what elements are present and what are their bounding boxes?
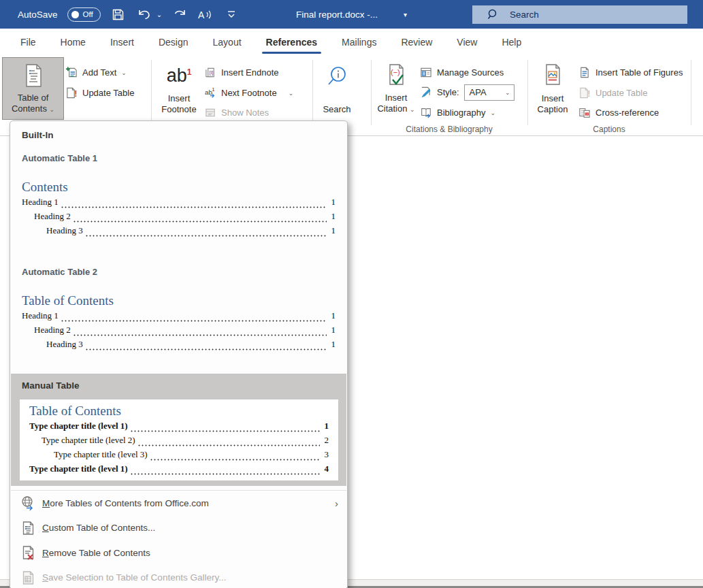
svg-text:(−): (−)	[391, 68, 400, 76]
manage-sources-button[interactable]: Manage Sources	[420, 64, 504, 81]
style-label: Style:	[437, 87, 459, 97]
toc-preview-row: Heading 31	[22, 225, 336, 240]
tab-insert[interactable]: Insert	[98, 29, 146, 56]
toc-dropdown-menu: Built-In Automatic Table 1 Contents Head…	[10, 120, 348, 588]
gallery-label-automatic-table-2: Automatic Table 2	[22, 267, 97, 277]
menu-item-custom-table-of-contents[interactable]: Custom Table of Contents...	[11, 516, 346, 541]
tab-layout[interactable]: Layout	[201, 29, 254, 56]
read-aloud-icon[interactable]: A	[197, 5, 214, 23]
toc-preview-row: Type chapter title (level 1)4	[29, 463, 329, 478]
style-combobox[interactable]: APA ⌄	[464, 84, 514, 101]
insert-caption-icon	[541, 63, 564, 88]
bibliography-icon	[420, 107, 432, 119]
menu-item-label: Remove Table of Contents	[42, 548, 150, 558]
show-notes-label: Show Notes	[221, 108, 269, 118]
remove-toc-icon	[20, 545, 35, 560]
smart-search-icon	[325, 65, 349, 91]
autosave-toggle[interactable]: Off	[67, 7, 101, 22]
submenu-arrow-icon: ›	[335, 497, 338, 509]
manage-sources-label: Manage Sources	[437, 67, 504, 78]
smart-search-button[interactable]: Search	[316, 57, 358, 120]
menu-item-label: Custom Table of Contents...	[42, 523, 155, 533]
toc-preview-row: Heading 11	[22, 197, 336, 211]
title-dropdown-icon[interactable]: ▾	[404, 11, 407, 18]
search-box[interactable]: Search	[472, 5, 687, 24]
search-label: Search	[510, 10, 539, 20]
tab-design[interactable]: Design	[146, 29, 201, 56]
manual-table-preview: Table of Contents Type chapter title (le…	[20, 399, 338, 480]
redo-icon[interactable]	[171, 5, 188, 23]
group-label-captions: Captions	[527, 125, 691, 134]
insert-footnote-label: Insert Footnote	[161, 93, 196, 115]
save-icon[interactable]	[110, 5, 127, 23]
autosave-label: AutoSave	[18, 10, 58, 20]
autosave-state: Off	[83, 10, 93, 18]
chevron-down-icon: ⌄	[505, 89, 510, 96]
quick-access-toolbar: AutoSave Off ⌄ A	[0, 5, 240, 23]
tab-home[interactable]: Home	[48, 29, 98, 56]
update-table-captions-label: Update Table	[595, 88, 647, 98]
document-title[interactable]: Final report.docx -...	[296, 10, 378, 20]
update-table-disabled-icon: !	[578, 87, 591, 99]
show-notes-icon	[204, 107, 216, 119]
footnote-ab-icon: ab1	[167, 63, 192, 84]
titlebar: AutoSave Off ⌄ A Final report.doc	[0, 0, 703, 29]
chevron-down-icon: ⌄	[410, 106, 415, 113]
preview-title: Table of Contents	[29, 404, 329, 419]
gallery-label-manual-table: Manual Table	[22, 380, 80, 391]
customize-qat-icon[interactable]	[223, 5, 240, 23]
undo-icon[interactable]	[136, 5, 152, 23]
add-text-button[interactable]: Add Text ⌄	[65, 64, 127, 81]
preview-title: Contents	[22, 180, 336, 195]
toc-preview-row: Type chapter title (level 1)1	[29, 421, 329, 435]
toc-preview-row: Heading 21	[22, 211, 336, 225]
next-footnote-button[interactable]: ab1 Next Footnote ⌄	[204, 84, 293, 101]
show-notes-button: Show Notes	[204, 104, 269, 121]
menu-item-more-tables-office[interactable]: More Tables of Contents from Office.com›	[11, 491, 346, 516]
bibliography-label: Bibliography	[437, 108, 486, 118]
menu-item-label: Save Selection to Table of Contents Gall…	[42, 572, 226, 583]
gallery-item-automatic-table-1[interactable]: Contents Heading 11Heading 21Heading 31	[22, 180, 336, 240]
toc-preview-row: Heading 21	[22, 325, 336, 339]
menu-item-remove-table-of-contents[interactable]: Remove Table of Contents	[11, 540, 346, 566]
insert-endnote-button[interactable]: [i] Insert Endnote	[204, 64, 279, 81]
insert-caption-button[interactable]: Insert Caption	[532, 57, 574, 120]
chevron-down-icon: ⌄	[289, 90, 294, 97]
insert-citation-icon: (−)	[385, 63, 408, 88]
globe-icon	[20, 495, 35, 510]
table-of-contents-button[interactable]: Table of Contents ⌄	[2, 57, 64, 120]
insert-endnote-label: Insert Endnote	[221, 67, 279, 78]
toc-preview-row: Type chapter title (level 2)2	[29, 435, 329, 449]
search-icon	[487, 9, 499, 20]
tab-references[interactable]: References	[254, 29, 330, 56]
tab-help[interactable]: Help	[489, 29, 534, 56]
style-value: APA	[470, 87, 487, 97]
update-table-icon: !	[65, 87, 78, 99]
toc-button-label: Table of Contents ⌄	[12, 93, 54, 115]
svg-text:[i]: [i]	[210, 69, 214, 76]
manage-sources-icon	[420, 67, 432, 79]
toc-preview-row: Heading 11	[22, 310, 336, 325]
insert-citation-button[interactable]: (−) Insert Citation ⌄	[375, 57, 417, 120]
insert-footnote-button[interactable]: ab1 Insert Footnote	[157, 57, 201, 120]
builtin-section-header: Built-In	[22, 130, 54, 140]
table-of-figures-icon	[578, 67, 591, 79]
bibliography-button[interactable]: Bibliography ⌄	[420, 104, 495, 121]
gallery-item-manual-table[interactable]: Manual Table Table of Contents Type chap…	[11, 374, 346, 486]
insert-table-of-figures-button[interactable]: Insert Table of Figures	[578, 64, 683, 81]
cross-reference-button[interactable]: Cross-reference	[578, 104, 659, 121]
menu-item-label: More Tables of Contents from Office.com	[42, 498, 209, 508]
chevron-down-icon: ⌄	[121, 69, 127, 76]
update-table-button[interactable]: ! Update Table	[65, 84, 134, 101]
chevron-down-icon: ⌄	[491, 110, 496, 116]
undo-dropdown-icon[interactable]: ⌄	[157, 11, 162, 18]
next-footnote-icon: ab1	[204, 87, 216, 99]
tab-file[interactable]: File	[8, 29, 48, 56]
tab-mailings[interactable]: Mailings	[329, 29, 389, 56]
insert-table-of-figures-label: Insert Table of Figures	[595, 67, 683, 78]
insert-citation-label: Insert Citation ⌄	[377, 93, 414, 115]
gallery-item-automatic-table-2[interactable]: Table of Contents Heading 11Heading 21He…	[22, 293, 336, 353]
menu-item-save-selection-gallery: Save Selection to Table of Contents Gall…	[11, 566, 346, 588]
tab-review[interactable]: Review	[389, 29, 444, 56]
tab-view[interactable]: View	[444, 29, 489, 56]
